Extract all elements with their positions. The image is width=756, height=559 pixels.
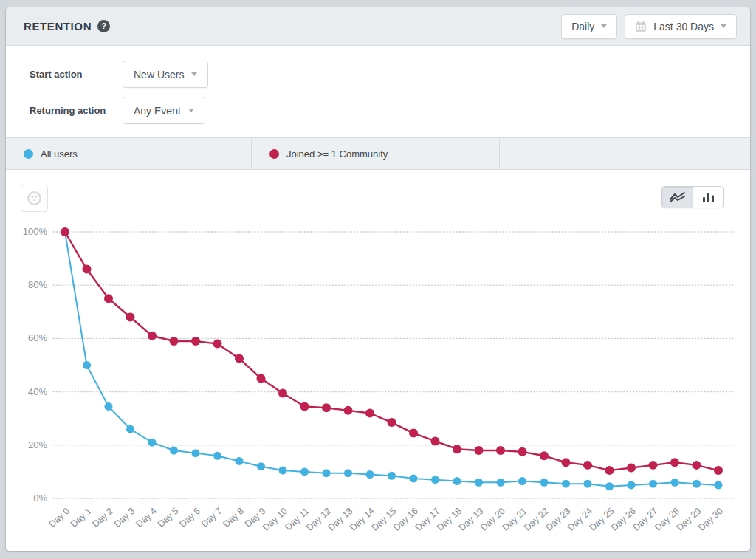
y-axis-tick-label: 60% (28, 332, 47, 343)
data-point[interactable] (628, 481, 636, 489)
report-header: RETENTION ? Daily Last 30 Days (6, 7, 750, 46)
legend-tabs: All users Joined >= 1 Community (6, 137, 750, 170)
data-point[interactable] (105, 402, 113, 411)
x-axis-tick-label: Day 3 (112, 506, 137, 529)
data-point[interactable] (605, 482, 614, 490)
data-point[interactable] (388, 418, 396, 427)
data-point[interactable] (584, 480, 592, 488)
data-point[interactable] (583, 461, 592, 470)
data-point[interactable] (323, 469, 331, 477)
data-point[interactable] (300, 467, 309, 476)
start-action-value: New Users (134, 69, 184, 80)
data-point[interactable] (257, 462, 265, 470)
data-point[interactable] (257, 374, 266, 383)
help-icon[interactable]: ? (97, 20, 110, 32)
data-point[interactable] (104, 294, 113, 303)
data-point[interactable] (540, 479, 549, 487)
data-point[interactable] (83, 361, 91, 369)
data-point[interactable] (562, 458, 571, 467)
data-point[interactable] (170, 447, 178, 455)
data-point[interactable] (562, 480, 570, 488)
data-point[interactable] (126, 313, 135, 322)
data-point[interactable] (61, 227, 69, 236)
data-point[interactable] (278, 388, 287, 397)
line-chart-toggle-button[interactable] (662, 187, 693, 208)
data-point[interactable] (366, 470, 374, 479)
start-action-row: Start action New Users (30, 61, 750, 88)
data-point[interactable] (475, 479, 483, 487)
data-point[interactable] (191, 337, 200, 346)
data-point[interactable] (344, 469, 352, 477)
data-point[interactable] (344, 406, 353, 415)
data-point[interactable] (83, 265, 92, 274)
returning-action-row: Returning action Any Event (30, 97, 750, 124)
annotations-cookie-icon (27, 191, 42, 206)
data-point[interactable] (431, 476, 439, 484)
data-point[interactable] (453, 477, 461, 485)
data-point[interactable] (671, 479, 679, 487)
bar-chart-icon (702, 192, 715, 203)
data-point[interactable] (518, 447, 527, 456)
x-axis-tick-label: Day 5 (156, 506, 181, 529)
data-point[interactable] (475, 446, 484, 455)
data-point[interactable] (148, 439, 157, 447)
chevron-down-icon (191, 72, 197, 76)
x-axis-tick-label: Day 6 (177, 506, 202, 529)
legend-item-all-users[interactable]: All users (6, 138, 252, 169)
data-point[interactable] (409, 429, 418, 438)
data-point[interactable] (410, 474, 418, 482)
data-point[interactable] (322, 403, 331, 412)
data-point[interactable] (236, 457, 244, 465)
data-point[interactable] (213, 452, 221, 460)
returning-action-label: Returning action (30, 105, 123, 116)
data-point[interactable] (715, 481, 723, 489)
series-line-0 (65, 232, 718, 487)
data-point[interactable] (431, 436, 440, 445)
data-point[interactable] (213, 340, 222, 349)
data-point[interactable] (192, 449, 200, 457)
data-point[interactable] (235, 354, 244, 363)
returning-action-dropdown[interactable]: Any Event (123, 97, 205, 124)
data-point[interactable] (540, 451, 549, 460)
data-point[interactable] (170, 337, 179, 346)
data-point[interactable] (518, 477, 526, 485)
data-point[interactable] (126, 425, 134, 433)
legend-label: Joined >= 1 Community (286, 148, 388, 160)
data-point[interactable] (670, 458, 679, 467)
data-point[interactable] (300, 402, 309, 411)
data-point[interactable] (627, 463, 636, 472)
data-point[interactable] (496, 446, 505, 455)
series-line-1 (65, 232, 718, 470)
series-color-dot (24, 149, 33, 159)
granularity-value: Daily (571, 21, 594, 32)
legend-item-joined-community[interactable]: Joined >= 1 Community (252, 138, 500, 169)
chevron-down-icon (721, 24, 726, 28)
bar-chart-toggle-button[interactable] (693, 187, 723, 208)
data-point[interactable] (605, 466, 614, 475)
data-point[interactable] (693, 480, 701, 488)
y-axis-tick-label: 80% (28, 279, 47, 290)
data-point[interactable] (148, 332, 157, 340)
data-point[interactable] (279, 467, 287, 475)
retention-line-chart[interactable]: 0%20%40%60%80%100%Day 0Day 1Day 2Day 3Da… (6, 170, 750, 551)
data-point[interactable] (388, 472, 396, 480)
y-axis-tick-label: 100% (23, 226, 48, 237)
data-point[interactable] (714, 466, 723, 475)
data-point[interactable] (365, 408, 374, 417)
annotations-button[interactable] (21, 185, 48, 212)
start-action-dropdown[interactable]: New Users (123, 61, 208, 88)
data-point[interactable] (453, 445, 461, 453)
date-range-dropdown[interactable]: Last 30 Days (625, 14, 737, 39)
x-axis-tick-label: Day 8 (221, 506, 246, 529)
chevron-down-icon (188, 109, 194, 112)
chevron-down-icon (601, 24, 607, 28)
data-point[interactable] (693, 461, 701, 470)
x-axis-tick-label: Day 30 (696, 506, 725, 533)
data-point[interactable] (497, 479, 505, 487)
legend-label: All users (41, 148, 78, 160)
data-point[interactable] (649, 461, 658, 470)
data-point[interactable] (649, 480, 657, 488)
granularity-dropdown[interactable]: Daily (561, 14, 617, 39)
returning-action-value: Any Event (134, 105, 181, 117)
chart-panel: 0%20%40%60%80%100%Day 0Day 1Day 2Day 3Da… (6, 170, 750, 551)
